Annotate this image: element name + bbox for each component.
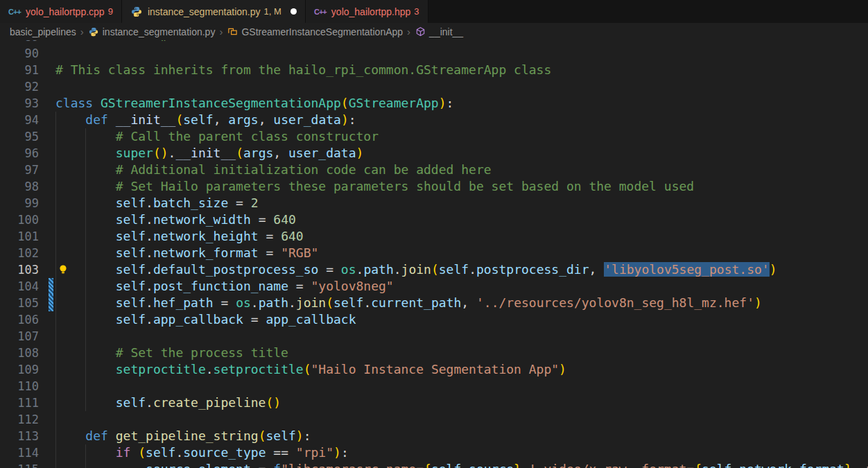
code-line-content[interactable]: def __init__(self, args, user_data):	[55, 112, 868, 128]
code-line[interactable]: 98 # Set Hailo parameters these paramete…	[0, 178, 868, 195]
code-token: super	[116, 146, 153, 160]
tab-yolo-hailortpp-hpp[interactable]: C++ yolo_hailortpp.hpp 3	[306, 0, 428, 23]
code-line[interactable]: 89 #	[0, 40, 868, 45]
line-number[interactable]: 92	[0, 78, 39, 95]
breadcrumb-item-method[interactable]: __init__	[415, 26, 463, 37]
code-editor[interactable]: 89 #9091# This class inherits from the h…	[0, 40, 868, 468]
code-line[interactable]: 110	[0, 378, 868, 395]
code-line-content[interactable]: #	[55, 40, 868, 45]
code-line[interactable]: 115 source_element = f"libcamerasrc name…	[0, 461, 868, 468]
code-line-content[interactable]: if (self.source_type == "rpi"):	[55, 444, 868, 461]
symbol-method-icon	[415, 26, 426, 37]
unsaved-dot-icon[interactable]	[290, 8, 297, 15]
code-line-content[interactable]: self.default_postprocess_so = os.path.jo…	[55, 261, 868, 278]
code-line-content[interactable]: self.app_callback = app_callback	[55, 311, 868, 328]
code-line[interactable]: 100 self.network_width = 640	[0, 211, 868, 228]
code-line-content[interactable]: # Set the process title	[55, 345, 868, 361]
code-line-content[interactable]: super().__init__(args, user_data)	[55, 145, 868, 162]
code-line-content[interactable]: self.batch_size = 2	[55, 195, 868, 211]
line-number[interactable]: 98	[0, 178, 39, 195]
line-number[interactable]: 91	[0, 62, 39, 78]
code-line[interactable]: 106 self.app_callback = app_callback	[0, 311, 868, 328]
code-line-content[interactable]: # Call the parent class constructor	[55, 128, 868, 145]
code-line[interactable]: 91# This class inherits from the hailo_r…	[0, 62, 868, 78]
code-token: =	[259, 245, 281, 260]
code-line[interactable]: 90	[0, 45, 868, 62]
tab-instance-segmentation-py[interactable]: instance_segmentation.py 1, M	[122, 0, 306, 23]
code-token: path	[363, 262, 393, 277]
code-line[interactable]: 95 # Call the parent class constructor	[0, 128, 868, 145]
code-line[interactable]: 99 self.batch_size = 2	[0, 195, 868, 211]
code-line-content[interactable]: # This class inherits from the hailo_rpi…	[55, 62, 868, 78]
code-line[interactable]: 111 self.create_pipeline()	[0, 395, 868, 411]
code-line-content[interactable]: self.hef_path = os.path.join(self.curren…	[55, 295, 868, 311]
code-line-content[interactable]: # Additional initialization code can be …	[55, 162, 868, 178]
code-line[interactable]: 112	[0, 411, 868, 428]
line-number[interactable]: 110	[0, 378, 39, 395]
line-number[interactable]: 104	[0, 278, 39, 295]
code-line-content[interactable]: self.network_format = "RGB"	[55, 245, 868, 261]
line-number[interactable]: 111	[0, 395, 39, 411]
breadcrumb-item-folder[interactable]: basic_pipelines	[10, 26, 76, 37]
line-number[interactable]: 102	[0, 245, 39, 261]
code-line-content[interactable]: setproctitle.setproctitle("Hailo Instanc…	[55, 361, 868, 378]
code-line-content[interactable]: source_element = f"libcamerasrc name={se…	[55, 461, 868, 468]
code-line-content[interactable]: self.post_function_name = "yolov8neg"	[55, 278, 868, 295]
line-number[interactable]: 109	[0, 361, 39, 378]
line-number[interactable]: 107	[0, 328, 39, 345]
code-line[interactable]: 114 if (self.source_type == "rpi"):	[0, 444, 868, 461]
breadcrumb-item-file[interactable]: instance_segmentation.py	[88, 26, 216, 37]
line-number[interactable]: 108	[0, 345, 39, 361]
code-line[interactable]: 94 def __init__(self, args, user_data):	[0, 112, 868, 128]
line-number[interactable]: 100	[0, 211, 39, 228]
code-line[interactable]: 103 self.default_postprocess_so = os.pat…	[0, 261, 868, 278]
code-line-content[interactable]: class GStreamerInstanceSegmentationApp(G…	[55, 95, 868, 112]
lightbulb-icon[interactable]	[58, 264, 68, 275]
code-line[interactable]: 93class GStreamerInstanceSegmentationApp…	[0, 95, 868, 112]
code-line[interactable]: 105 self.hef_path = os.path.join(self.cu…	[0, 295, 868, 311]
chevron-right-icon: ›	[218, 26, 223, 37]
code-line[interactable]: 108 # Set the process title	[0, 345, 868, 361]
code-line-content[interactable]: def get_pipeline_string(self):	[55, 428, 868, 444]
breadcrumb-item-class[interactable]: GStreamerInstanceSegmentationApp	[227, 26, 403, 37]
code-token: current_path	[371, 295, 461, 310]
line-number[interactable]: 106	[0, 311, 39, 328]
code-token: .	[146, 245, 153, 260]
indent-guide	[85, 178, 86, 195]
line-number[interactable]: 112	[0, 411, 39, 428]
code-line-content[interactable]: self.network_height = 640	[55, 228, 868, 245]
code-line[interactable]: 113 def get_pipeline_string(self):	[0, 428, 868, 444]
line-number[interactable]: 93	[0, 95, 39, 112]
line-number[interactable]: 105	[0, 295, 39, 311]
code-line[interactable]: 109 setproctitle.setproctitle("Hailo Ins…	[0, 361, 868, 378]
code-token: (	[138, 445, 146, 460]
line-number[interactable]: 96	[0, 145, 39, 162]
line-number[interactable]: 90	[0, 45, 39, 62]
code-token: :	[304, 428, 311, 443]
line-number[interactable]: 114	[0, 444, 39, 461]
code-line[interactable]: 102 self.network_format = "RGB"	[0, 245, 868, 261]
line-number[interactable]: 101	[0, 228, 39, 245]
code-token: app_callback	[266, 312, 356, 327]
line-number[interactable]: 115	[0, 461, 39, 468]
line-number[interactable]: 97	[0, 162, 39, 178]
code-line[interactable]: 104 self.post_function_name = "yolov8neg…	[0, 278, 868, 295]
line-number[interactable]: 89	[0, 40, 39, 45]
code-line[interactable]: 97 # Additional initialization code can …	[0, 162, 868, 178]
code-token: self	[116, 245, 146, 260]
code-line[interactable]: 107	[0, 328, 868, 345]
code-line-content[interactable]: self.network_width = 640	[55, 211, 868, 228]
line-number[interactable]: 94	[0, 112, 39, 128]
code-line[interactable]: 92	[0, 78, 868, 95]
line-number[interactable]: 113	[0, 428, 39, 444]
line-number[interactable]: 99	[0, 195, 39, 211]
indent-guide	[55, 428, 56, 444]
code-line-content[interactable]: self.create_pipeline()	[55, 395, 868, 411]
line-number[interactable]: 103	[0, 261, 39, 278]
tab-yolo-hailortpp-cpp[interactable]: C++ yolo_hailortpp.cpp 9	[0, 0, 122, 23]
code-line[interactable]: 96 super().__init__(args, user_data)	[0, 145, 868, 162]
code-line-content[interactable]: # Set Hailo parameters these parameters …	[55, 178, 868, 195]
code-token: default_postprocess_so	[153, 262, 318, 277]
code-line[interactable]: 101 self.network_height = 640	[0, 228, 868, 245]
line-number[interactable]: 95	[0, 128, 39, 145]
